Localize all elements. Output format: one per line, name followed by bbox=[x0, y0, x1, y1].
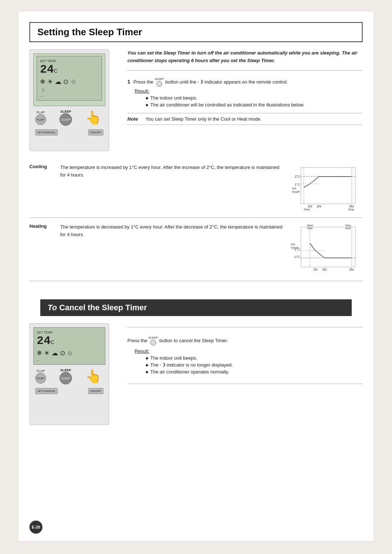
svg-text:2°C: 2°C bbox=[295, 175, 301, 178]
cancel-result: Result: The indoor unit beeps. The ·☽ in… bbox=[135, 348, 363, 375]
result-label-1: Result: bbox=[135, 88, 149, 94]
cancel-content: SET TEMP 24 C ❄ ☀ ☁ ⊙ ☆ ... FLAP bbox=[19, 323, 373, 440]
result-bullet-1: The indoor unit beeps. bbox=[146, 95, 363, 101]
cancel-flap-button: FLAP bbox=[35, 373, 46, 384]
flap-label: FLAP bbox=[35, 110, 46, 114]
on-off-button: ON/OFF bbox=[88, 129, 103, 136]
cancel-remote-illustration: SET TEMP 24 C ❄ ☀ ☁ ⊙ ☆ ... FLAP bbox=[29, 323, 109, 425]
cancel-temp-unit: C bbox=[50, 339, 54, 345]
cancel-title: Cancel the Sleep Timer bbox=[59, 303, 147, 312]
cooling-chart: 2°C 1°C 1hr 2hr 6hr Set TEMP. Start time… bbox=[290, 164, 363, 212]
page-number-area: E-20 bbox=[29, 521, 42, 534]
content-area: SET TEMP 24 C ❄ ☀ ☁ ⊙ ☆ ☽ ... bbox=[19, 42, 373, 288]
cancel-text-after: button to cancel the Sleep Timer. bbox=[159, 338, 228, 343]
cancel-steps-col: Press the SLEEP button to cancel the Sle… bbox=[127, 323, 363, 425]
svg-text:Set: Set bbox=[292, 187, 297, 190]
cancel-set-cancel-btn: SET/CANCEL bbox=[35, 388, 58, 394]
cancel-sleep-btn-label: SLEEP bbox=[60, 368, 72, 372]
svg-text:TEMP.: TEMP. bbox=[291, 246, 299, 250]
svg-text:6hr: 6hr bbox=[349, 268, 354, 271]
cancel-bullet-3: The air conditioner operates normally. bbox=[146, 369, 363, 375]
sleep-btn-label-remote: SLEEP bbox=[60, 110, 72, 113]
cancel-hand-icon: 👆 bbox=[85, 369, 102, 384]
temp-display: 24 bbox=[40, 63, 54, 76]
result-line: Result: The indoor unit beeps. The air c… bbox=[135, 88, 363, 108]
step-1-number: 1 bbox=[127, 79, 130, 85]
cancel-top-divider bbox=[127, 327, 363, 327]
cooling-label: Cooling bbox=[29, 164, 53, 169]
cancel-on-off-btn: ON/OFF bbox=[88, 388, 103, 394]
cancel-set-temp-label: SET TEMP bbox=[37, 331, 102, 334]
note-label: Note bbox=[127, 116, 142, 122]
cancel-press-text: Press the SLEEP button to cancel the Sle… bbox=[127, 336, 363, 345]
intro-paragraph: You can set the Sleep Timer to turn off … bbox=[127, 49, 363, 70]
heating-description: The temperature is decreased by 1°C ever… bbox=[60, 223, 283, 239]
heating-section: Heating The temperature is decreased by … bbox=[29, 218, 363, 281]
intro-section: SET TEMP 24 C ❄ ☀ ☁ ⊙ ☆ ☽ ... bbox=[29, 49, 363, 151]
remote-control-illustration: SET TEMP 24 C ❄ ☀ ☁ ⊙ ☆ ☽ ... bbox=[29, 49, 109, 151]
cooling-chart-svg: 2°C 1°C 1hr 2hr 6hr Set TEMP. Start time… bbox=[290, 164, 359, 211]
page: Setting the Sleep Timer SET TEMP 24 C ❄ … bbox=[18, 11, 374, 541]
cancel-header: To Cancel the Sleep Timer bbox=[40, 299, 352, 316]
page-title: Setting the Sleep Timer bbox=[37, 27, 355, 38]
cancel-remote-col: SET TEMP 24 C ❄ ☀ ☁ ⊙ ☆ ... FLAP bbox=[29, 323, 117, 425]
cancel-remote-display: SET TEMP 24 C ❄ ☀ ☁ ⊙ ☆ ... bbox=[33, 327, 105, 365]
svg-text:1hr: 1hr bbox=[313, 268, 318, 271]
set-cancel-button: SET/CANCEL bbox=[35, 129, 58, 136]
temp-unit: C bbox=[54, 68, 57, 74]
step-1: 1 Press the SLEEP button until the ·☽ in… bbox=[127, 78, 363, 108]
cancel-temp-display: 24 bbox=[37, 334, 50, 348]
sleep-button-remote: SLEEP bbox=[60, 113, 72, 126]
svg-text:TEMP.: TEMP. bbox=[292, 190, 300, 194]
svg-rect-0 bbox=[301, 167, 355, 204]
svg-text:2hr: 2hr bbox=[317, 205, 321, 208]
sleep-indicator-display: ☽ bbox=[40, 87, 99, 93]
page-header: Setting the Sleep Timer bbox=[29, 22, 363, 42]
cancel-section: To Cancel the Sleep Timer bbox=[29, 299, 363, 316]
svg-text:-2°C: -2°C bbox=[294, 255, 301, 259]
remote-image-col: SET TEMP 24 C ❄ ☀ ☁ ⊙ ☆ ☽ ... bbox=[29, 49, 117, 151]
mode-icons: ❄ ☀ ☁ ⊙ ☆ bbox=[40, 78, 99, 86]
page-number-badge: E-20 bbox=[29, 521, 42, 534]
cancel-sleep-button-inline: SLEEP bbox=[149, 336, 158, 345]
cancel-timer-display: ... bbox=[37, 358, 102, 361]
note-text: You can set Sleep Timer only in the Cool… bbox=[146, 116, 262, 122]
hand-pointer-icon: 👆 bbox=[85, 110, 102, 125]
sleep-button-inline: SLEEP bbox=[155, 78, 164, 87]
sleep-moon-indicator: ·☽ bbox=[197, 79, 203, 85]
svg-text:time: time bbox=[348, 211, 354, 211]
cancel-bottom-divider bbox=[127, 384, 363, 384]
cooling-section: Cooling The temperature is increased by … bbox=[29, 158, 363, 218]
set-temp-label: SET TEMP bbox=[40, 59, 99, 63]
heating-chart-svg: -1°C -2°C Start time Stop time 1hr 2hr 6… bbox=[290, 223, 359, 274]
cancel-bullet-1: The indoor unit beeps. bbox=[146, 355, 363, 361]
instructions-col: You can set the Sleep Timer to turn off … bbox=[127, 49, 363, 151]
result-bullet-2: The air conditioner will be controlled a… bbox=[146, 102, 363, 108]
cancel-bullet-2: The ·☽ indicator is no longer displayed. bbox=[146, 362, 363, 368]
step-1-text: Press the SLEEP button until the ·☽ indi… bbox=[133, 79, 288, 85]
svg-text:Set: Set bbox=[291, 243, 295, 246]
cancel-flap-label: FLAP bbox=[35, 369, 46, 373]
svg-text:time: time bbox=[304, 211, 310, 211]
cancel-result-label: Result: bbox=[135, 348, 149, 354]
note-box: Note You can set Sleep Timer only in the… bbox=[127, 113, 363, 125]
timer-display: ... bbox=[40, 94, 99, 97]
heating-label: Heating bbox=[29, 223, 53, 229]
cancel-steps: Press the SLEEP button to cancel the Sle… bbox=[127, 331, 363, 380]
svg-text:2hr: 2hr bbox=[322, 268, 327, 271]
cancel-mode-icons: ❄ ☀ ☁ ⊙ ☆ bbox=[37, 349, 102, 357]
flap-button: FLAP bbox=[35, 114, 46, 125]
heating-chart: -1°C -2°C Start time Stop time 1hr 2hr 6… bbox=[290, 223, 363, 275]
cooling-description: The temperature is increased by 1°C ever… bbox=[60, 164, 283, 179]
svg-rect-16 bbox=[301, 227, 355, 267]
cancel-two-col: SET TEMP 24 C ❄ ☀ ☁ ⊙ ☆ ... FLAP bbox=[29, 323, 363, 425]
cancel-to-prefix: To bbox=[48, 303, 57, 312]
svg-text:time: time bbox=[345, 227, 351, 230]
remote-display: SET TEMP 24 C ❄ ☀ ☁ ⊙ ☆ ☽ ... bbox=[33, 53, 105, 106]
svg-text:1°C: 1°C bbox=[295, 183, 301, 186]
cancel-sleep-button: SLEEP bbox=[60, 372, 72, 384]
